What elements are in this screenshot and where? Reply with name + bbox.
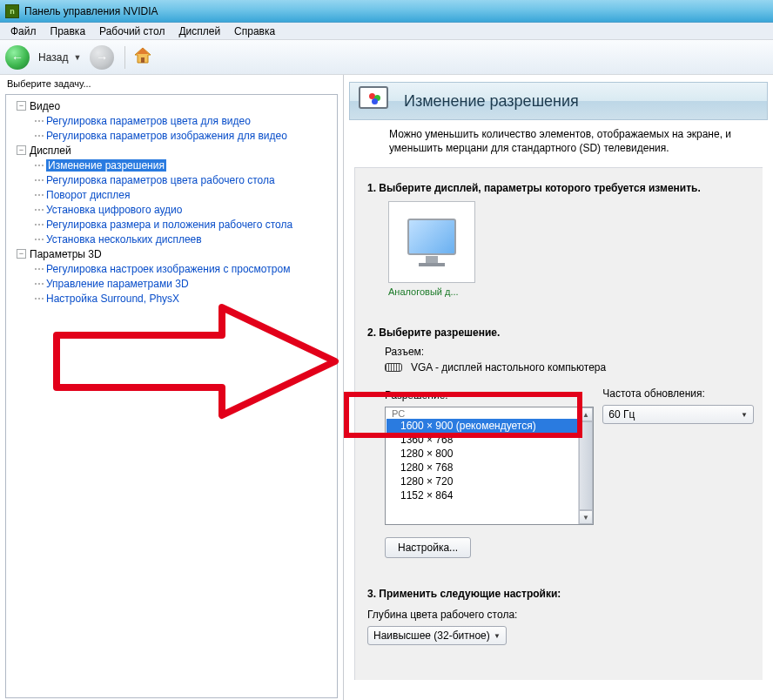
back-dropdown-icon[interactable]: ▼: [73, 53, 81, 62]
back-button[interactable]: ←: [5, 45, 30, 70]
resolution-item[interactable]: 1280 × 720: [386, 475, 577, 488]
listbox-scrollbar[interactable]: ▲ ▼: [578, 407, 593, 524]
menu-bar: Файл Правка Рабочий стол Дисплей Справка: [0, 23, 773, 40]
tree-cat-display[interactable]: Дисплей: [8, 143, 335, 158]
resolution-group: PC: [386, 408, 577, 419]
toolbar: ← Назад ▼ →: [0, 40, 773, 75]
tree-item[interactable]: ⋯Регулировка параметров цвета рабочего с…: [8, 172, 335, 187]
toggle-icon[interactable]: [17, 145, 26, 155]
svg-rect-1: [141, 57, 145, 63]
toggle-icon[interactable]: [17, 249, 26, 259]
scroll-thumb[interactable]: [579, 421, 593, 510]
resolution-item[interactable]: 1360 × 768: [386, 433, 577, 447]
tree-item[interactable]: ⋯Управление параметрами 3D: [8, 276, 335, 291]
color-depth-dropdown[interactable]: Наивысшее (32-битное) ▼: [367, 626, 507, 645]
connector-label: Разъем:: [385, 346, 754, 358]
task-tree: Видео ⋯Регулировка параметров цвета для …: [5, 94, 338, 698]
tree-item[interactable]: ⋯Поворот дисплея: [8, 187, 335, 202]
scroll-up-icon[interactable]: ▲: [579, 407, 593, 421]
left-pane: Выберите задачу... Видео ⋯Регулировка па…: [0, 75, 344, 700]
home-button[interactable]: [132, 45, 153, 69]
tree-cat-3d[interactable]: Параметры 3D: [8, 246, 335, 261]
resolution-item[interactable]: 1280 × 800: [386, 447, 577, 461]
menu-desktop[interactable]: Рабочий стол: [92, 24, 171, 39]
resolution-item[interactable]: 1152 × 864: [386, 488, 577, 502]
step2-title: 2. Выберите разрешение.: [367, 326, 754, 339]
tree-item-change-resolution[interactable]: ⋯Изменение разрешения: [8, 158, 335, 172]
tree-item[interactable]: ⋯Регулировка настроек изображения с прос…: [8, 261, 335, 276]
title-bar: n Панель управления NVIDIA: [0, 0, 773, 23]
chevron-down-icon: ▼: [741, 411, 748, 419]
tree-item[interactable]: ⋯Установка цифрового аудио: [8, 202, 335, 217]
color-depth-label: Глубина цвета рабочего стола:: [367, 609, 754, 621]
resolution-icon: [359, 86, 393, 116]
customize-button[interactable]: Настройка...: [385, 537, 471, 558]
connector-value: VGA - дисплей настольного компьютера: [411, 361, 606, 374]
monitor-icon: [407, 219, 456, 255]
menu-file[interactable]: Файл: [3, 24, 44, 39]
page-header: Изменение разрешения: [349, 82, 768, 120]
tree-item[interactable]: ⋯Регулировка параметров цвета для видео: [8, 113, 335, 128]
step1-title: 1. Выберите дисплей, параметры которого …: [367, 182, 754, 194]
back-arrow-icon: ←: [11, 50, 24, 64]
resolution-item[interactable]: 1600 × 900 (рекомендуется): [386, 419, 577, 433]
refresh-value: 60 Гц: [608, 408, 635, 421]
color-depth-value: Наивысшее (32-битное): [373, 629, 490, 642]
back-label: Назад: [38, 51, 68, 64]
tree-item[interactable]: ⋯Регулировка размера и положения рабочег…: [8, 217, 335, 232]
toggle-icon[interactable]: [17, 101, 26, 111]
svg-marker-2: [137, 48, 149, 54]
content-panel: 1. Выберите дисплей, параметры которого …: [354, 167, 763, 680]
page-title: Изменение разрешения: [404, 92, 579, 111]
right-pane: Изменение разрешения Можно уменьшить кол…: [344, 75, 773, 700]
scroll-down-icon[interactable]: ▼: [579, 510, 593, 524]
display-selector[interactable]: [388, 201, 475, 283]
resolution-label: Разрешение:: [385, 389, 602, 401]
tree-item[interactable]: ⋯Регулировка параметров изображения для …: [8, 128, 335, 143]
forward-button[interactable]: →: [90, 45, 114, 70]
resolution-item[interactable]: 1280 × 768: [386, 461, 577, 475]
refresh-dropdown[interactable]: 60 Гц ▼: [602, 405, 754, 424]
menu-display[interactable]: Дисплей: [171, 24, 227, 39]
resolution-listbox[interactable]: PC 1600 × 900 (рекомендуется) 1360 × 768…: [385, 407, 594, 525]
task-label: Выберите задачу...: [0, 75, 343, 92]
step3-title: 3. Применить следующие настройки:: [367, 588, 754, 600]
toolbar-separator: [124, 46, 125, 69]
page-description: Можно уменьшить количество элементов, от…: [389, 127, 763, 155]
tree-item[interactable]: ⋯Установка нескольких дисплеев: [8, 232, 335, 246]
refresh-label: Частота обновления:: [602, 387, 754, 400]
chevron-down-icon: ▼: [494, 632, 501, 640]
main-layout: Выберите задачу... Видео ⋯Регулировка па…: [0, 75, 773, 700]
tree-item[interactable]: ⋯Настройка Surround, PhysX: [8, 291, 335, 306]
vga-connector-icon: [385, 363, 402, 372]
forward-arrow-icon: →: [96, 50, 108, 64]
window-title: Панель управления NVIDIA: [24, 5, 158, 17]
menu-edit[interactable]: Правка: [44, 24, 93, 39]
tree-cat-video[interactable]: Видео: [8, 98, 335, 113]
nvidia-app-icon: n: [5, 4, 19, 18]
display-name: Аналоговый д...: [388, 286, 754, 297]
menu-help[interactable]: Справка: [227, 24, 282, 39]
